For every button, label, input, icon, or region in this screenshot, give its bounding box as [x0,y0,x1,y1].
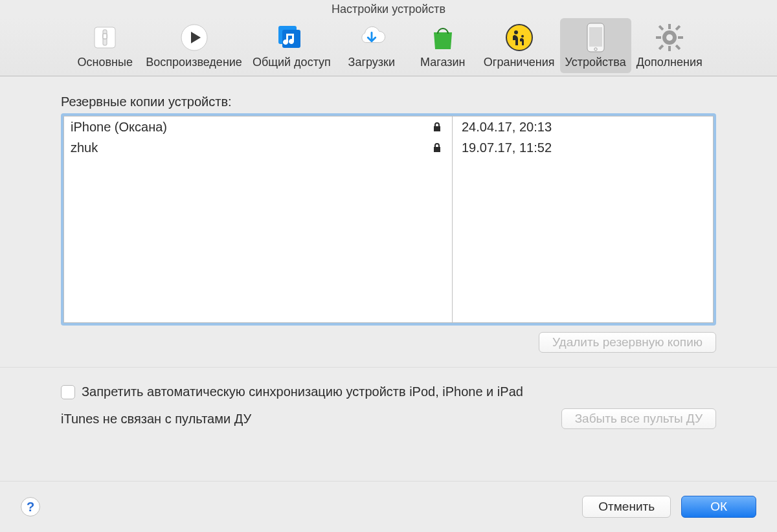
svg-rect-19 [675,45,680,50]
ok-button[interactable]: ОК [681,496,756,518]
tab-playback[interactable]: Воспроизведение [141,18,247,73]
svg-point-22 [666,34,673,41]
tab-store[interactable]: Магазин [407,18,479,73]
backup-date: 19.07.17, 11:52 [453,137,713,158]
cancel-button[interactable]: Отменить [582,496,671,518]
lock-icon [433,142,445,153]
svg-rect-17 [678,36,683,39]
music-files-icon [276,22,307,53]
dialog-footer: ? Отменить ОК [0,481,777,532]
tab-label: Устройства [565,56,626,69]
tab-advanced[interactable]: Дополнения [631,18,708,73]
backups-list-focus-ring: iPhone (Оксана) zhuk 24.04.17, 20:13 19.… [61,113,716,326]
gear-icon [654,22,685,53]
svg-rect-11 [589,27,602,47]
tab-label: Дополнения [636,56,703,69]
window-title: Настройки устройств [0,0,777,18]
backup-row[interactable]: iPhone (Оксана) [64,116,452,137]
forget-remotes-button[interactable]: Забыть все пульты ДУ [561,408,716,429]
lock-icon [433,122,445,132]
tab-downloads[interactable]: Загрузки [336,18,407,73]
svg-rect-18 [658,25,663,30]
tab-label: Ограничения [484,56,555,69]
tab-restrictions[interactable]: Ограничения [479,18,560,73]
tab-label: Основные [78,56,133,69]
backup-name: iPhone (Оксана) [71,120,433,135]
backups-list[interactable]: iPhone (Оксана) zhuk 24.04.17, 20:13 19.… [63,116,714,323]
svg-rect-16 [656,36,661,39]
slider-icon [89,22,120,53]
tab-sharing[interactable]: Общий доступ [247,18,336,73]
prevent-sync-checkbox[interactable] [61,385,75,399]
backup-name: zhuk [71,140,433,155]
prevent-sync-label: Запретить автоматическую синхронизацию у… [82,384,523,399]
tab-label: Загрузки [348,56,395,69]
tab-label: Магазин [420,56,465,69]
tab-label: Общий доступ [253,56,331,69]
tab-devices[interactable]: Устройства [560,18,631,73]
parental-icon [504,22,535,53]
svg-point-9 [521,35,524,38]
svg-rect-21 [658,45,663,50]
svg-point-7 [506,25,532,50]
svg-rect-14 [668,24,671,29]
backup-date: 24.04.17, 20:13 [453,116,713,137]
backups-heading: Резервные копии устройств: [61,94,716,109]
remotes-status: iTunes не связан с пультами ДУ [61,412,251,427]
download-cloud-icon [356,22,387,53]
section-divider [0,367,777,368]
svg-rect-2 [103,34,107,39]
backup-row[interactable]: zhuk [64,137,452,158]
play-icon [179,22,210,53]
svg-point-8 [514,30,518,34]
delete-backup-button[interactable]: Удалить резервную копию [539,332,716,353]
shopping-bag-icon [427,22,458,53]
tab-label: Воспроизведение [146,56,242,69]
help-button[interactable]: ? [21,497,40,516]
svg-rect-20 [675,25,680,30]
svg-rect-6 [282,30,300,48]
svg-rect-15 [668,46,671,51]
iphone-icon [580,22,611,53]
preferences-toolbar: Основные Воспроизведение Общий доступ [0,18,777,76]
tab-general[interactable]: Основные [69,18,141,73]
